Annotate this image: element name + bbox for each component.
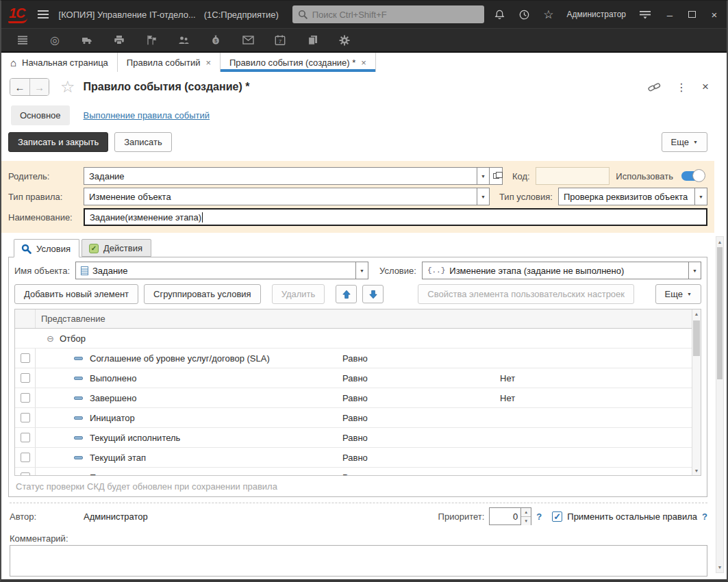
apply-other-rules-help-icon[interactable]: ? bbox=[702, 511, 707, 522]
delivery-truck-icon[interactable] bbox=[81, 34, 93, 47]
name-field[interactable]: Задание(изменение этапа) bbox=[84, 208, 707, 226]
settings-gear-icon[interactable] bbox=[338, 34, 351, 47]
save-and-close-button[interactable]: Записать и закрыть bbox=[8, 132, 108, 152]
more-button[interactable]: Еще▼ bbox=[662, 132, 707, 152]
open-windows-tabbar: ⌂ Начальная страница Правила событий × П… bbox=[1, 53, 727, 72]
table-row[interactable]: Текущий этап Равно bbox=[15, 448, 692, 468]
tab-event-rule-new[interactable]: Правило события (создание) * × bbox=[221, 53, 376, 72]
row-checkbox[interactable] bbox=[21, 393, 30, 403]
comment-field[interactable] bbox=[10, 545, 707, 577]
parent-open-button[interactable] bbox=[490, 167, 503, 185]
get-link-icon[interactable] bbox=[648, 82, 661, 92]
flags-icon[interactable] bbox=[145, 34, 158, 47]
parent-field[interactable]: Задание ▼ bbox=[84, 167, 503, 185]
tab-conditions[interactable]: Условия bbox=[14, 239, 79, 257]
close-form-icon[interactable]: × bbox=[702, 80, 709, 94]
hamburger-menu-icon[interactable] bbox=[37, 10, 49, 19]
favorite-star-icon[interactable]: ☆ bbox=[60, 77, 75, 97]
lifebuoy-icon[interactable]: ◎ bbox=[49, 34, 61, 47]
tab-home[interactable]: ⌂ Начальная страница bbox=[1, 53, 118, 72]
apply-other-rules-label[interactable]: Применить остальные правила bbox=[567, 511, 697, 522]
scrollbar-thumb[interactable] bbox=[717, 247, 723, 379]
table-row[interactable]: Соглашение об уровне услуг/договор (SLA)… bbox=[15, 349, 692, 368]
braces-icon: {..} bbox=[427, 266, 445, 275]
section-execution-link[interactable]: Выполнение правила событий bbox=[84, 110, 210, 121]
more-menu-icon[interactable]: ⋮ bbox=[676, 81, 687, 94]
spin-up-icon[interactable]: ▲ bbox=[521, 508, 531, 516]
rule-type-field[interactable]: Изменение объекта ▼ bbox=[84, 188, 490, 205]
row-checkbox[interactable] bbox=[21, 433, 30, 442]
move-up-button[interactable] bbox=[336, 285, 357, 303]
user-settings-properties-button[interactable]: Свойства элемента пользовательских настр… bbox=[418, 284, 634, 304]
author-label: Автор: bbox=[10, 511, 84, 522]
delete-button[interactable]: Удалить bbox=[272, 284, 325, 304]
row-checkbox[interactable] bbox=[21, 453, 30, 462]
current-user[interactable]: Администратор bbox=[566, 10, 626, 19]
close-tab-icon[interactable]: × bbox=[361, 58, 366, 68]
conditions-toolbar: Добавить новый элемент Сгруппировать усл… bbox=[9, 282, 707, 307]
documents-icon[interactable] bbox=[306, 34, 318, 47]
scrollbar-thumb[interactable] bbox=[693, 320, 700, 356]
tab-event-rules[interactable]: Правила событий × bbox=[118, 53, 221, 72]
chevron-down-icon: ▼ bbox=[687, 292, 692, 296]
close-window-button[interactable]: × bbox=[709, 9, 720, 21]
table-row[interactable]: Текущий исполнитель Равно bbox=[15, 428, 692, 448]
money-bag-icon[interactable]: $ bbox=[210, 34, 222, 47]
mail-icon[interactable] bbox=[242, 34, 254, 47]
table-scrollbar[interactable]: ▲ ▼ bbox=[692, 309, 701, 475]
apply-other-rules-checkbox[interactable]: ✓ bbox=[552, 511, 562, 522]
add-element-button[interactable]: Добавить новый элемент bbox=[14, 284, 138, 304]
condition-dropdown-button[interactable]: ▼ bbox=[688, 262, 701, 279]
table-row[interactable]: Завершено Равно Нет bbox=[15, 388, 692, 408]
object-name-dropdown-button[interactable]: ▼ bbox=[355, 262, 368, 279]
collapse-icon[interactable]: ⊖ bbox=[47, 333, 54, 344]
maximize-button[interactable] bbox=[688, 11, 696, 18]
move-down-button[interactable] bbox=[362, 285, 384, 303]
calendar-icon[interactable]: 7 bbox=[274, 34, 286, 47]
table-row[interactable]: Выполнено Равно Нет bbox=[15, 368, 692, 388]
forward-button[interactable]: → bbox=[29, 79, 49, 95]
condition-type-field[interactable]: Проверка реквизитов объекта ▼ bbox=[558, 188, 707, 205]
condition-field[interactable]: {..}Изменение этапа (задание не выполнен… bbox=[422, 262, 701, 279]
spin-down-icon[interactable]: ▼ bbox=[521, 516, 531, 525]
history-icon[interactable] bbox=[518, 9, 530, 21]
section-main[interactable]: Основное bbox=[11, 105, 70, 125]
open-icon bbox=[493, 173, 499, 179]
favorites-star-icon[interactable]: ☆ bbox=[543, 8, 553, 22]
object-name-field[interactable]: Задание ▼ bbox=[75, 262, 368, 279]
filter-item-icon bbox=[74, 357, 83, 360]
event-rule-form: ← → ☆ Правило события (создание) * ⋮ × О… bbox=[1, 72, 727, 579]
global-search-input[interactable]: Поиск Ctrl+Shift+F bbox=[292, 5, 484, 23]
close-tab-icon[interactable]: × bbox=[205, 58, 211, 68]
scroll-up-icon[interactable]: ▲ bbox=[692, 309, 701, 318]
row-checkbox[interactable] bbox=[21, 413, 30, 422]
save-button[interactable]: Записать bbox=[114, 132, 172, 152]
row-checkbox[interactable] bbox=[21, 353, 30, 363]
row-checkbox[interactable] bbox=[21, 373, 30, 383]
row-checkbox[interactable] bbox=[21, 472, 30, 475]
priority-stepper[interactable]: 0 ▲ ▼ bbox=[489, 507, 531, 525]
parent-dropdown-button[interactable]: ▼ bbox=[477, 167, 490, 185]
users-icon[interactable] bbox=[177, 34, 190, 47]
printer-icon[interactable] bbox=[113, 34, 125, 47]
scroll-down-icon[interactable]: ▼ bbox=[716, 563, 723, 572]
minimize-button[interactable]: – bbox=[664, 9, 675, 21]
group-conditions-button[interactable]: Сгруппировать условия bbox=[144, 284, 261, 304]
priority-help-icon[interactable]: ? bbox=[536, 511, 542, 522]
conditions-more-button[interactable]: Еще▼ bbox=[655, 284, 701, 304]
table-group-row[interactable]: ⊖Отбор bbox=[15, 329, 692, 349]
conditions-panel: Имя объекта: Задание ▼ Условие: {..}Изме… bbox=[8, 257, 707, 497]
list-icon[interactable] bbox=[16, 34, 29, 47]
use-toggle[interactable] bbox=[681, 171, 703, 181]
condition-type-dropdown-button[interactable]: ▼ bbox=[694, 188, 707, 205]
form-scrollbar[interactable]: ▲ ▼ bbox=[716, 236, 724, 573]
back-button[interactable]: ← bbox=[10, 79, 29, 95]
tab-actions[interactable]: ✓ Действия bbox=[81, 239, 151, 257]
service-menu-icon[interactable] bbox=[639, 10, 651, 19]
table-row-partial[interactable]: П Равно bbox=[15, 468, 692, 475]
filter-item-icon bbox=[74, 396, 83, 400]
table-row[interactable]: Инициатор Равно bbox=[15, 408, 692, 428]
rule-type-dropdown-button[interactable]: ▼ bbox=[477, 188, 490, 205]
notifications-bell-icon[interactable] bbox=[494, 9, 505, 21]
scroll-down-icon[interactable]: ▼ bbox=[692, 466, 701, 475]
